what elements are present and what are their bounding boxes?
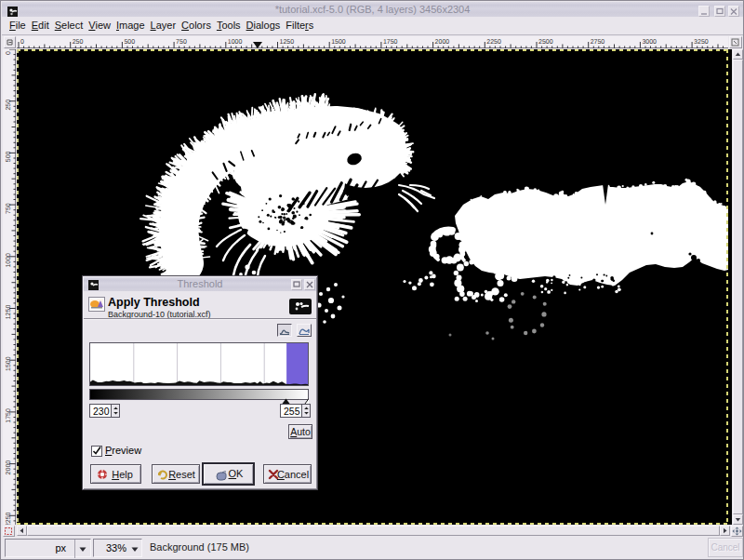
svg-text:2500: 2500 xyxy=(538,39,553,46)
svg-text:1500: 1500 xyxy=(331,39,346,46)
svg-text:0: 0 xyxy=(6,51,12,55)
svg-text:3250: 3250 xyxy=(694,39,709,46)
svg-text:2000: 2000 xyxy=(435,39,450,46)
svg-text:0: 0 xyxy=(20,39,24,46)
svg-text:500: 500 xyxy=(6,151,12,162)
svg-text:2750: 2750 xyxy=(591,39,605,46)
svg-text:1250: 1250 xyxy=(280,39,295,46)
svg-text:750: 750 xyxy=(176,39,187,46)
svg-text:1000: 1000 xyxy=(6,253,12,268)
svg-text:3000: 3000 xyxy=(642,39,657,46)
svg-text:1750: 1750 xyxy=(383,39,398,46)
svg-text:1500: 1500 xyxy=(6,356,12,371)
svg-text:2000: 2000 xyxy=(6,460,12,475)
svg-text:750: 750 xyxy=(6,203,12,214)
svg-text:1250: 1250 xyxy=(6,305,12,320)
svg-text:250: 250 xyxy=(73,39,84,46)
svg-text:250: 250 xyxy=(6,100,12,111)
svg-text:2250: 2250 xyxy=(6,512,12,525)
svg-text:1000: 1000 xyxy=(228,39,243,46)
svg-text:500: 500 xyxy=(124,39,135,46)
svg-text:1750: 1750 xyxy=(6,408,12,423)
svg-text:2250: 2250 xyxy=(486,39,501,46)
